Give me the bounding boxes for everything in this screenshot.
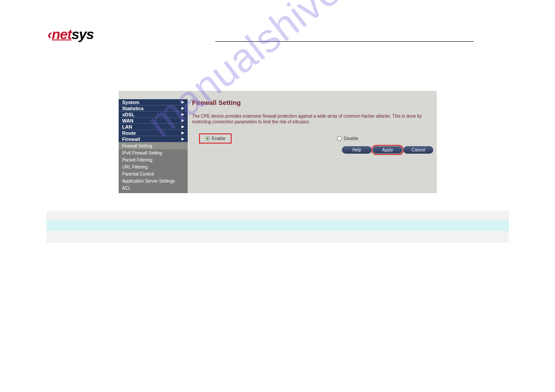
brand-logo: ‹netsys: [47, 26, 94, 43]
chevron-right-icon: ▶: [181, 100, 184, 104]
header-divider: [215, 41, 474, 42]
chevron-right-icon: ▶: [181, 119, 184, 122]
chevron-right-icon: ▶: [181, 112, 184, 116]
content-panel: Firewall Setting The CPE device provides…: [188, 91, 437, 193]
enable-label: Enable: [212, 136, 225, 141]
panel-description: The CPE device provides extensive firewa…: [192, 113, 432, 125]
nav-item-system[interactable]: System▶: [119, 99, 188, 105]
highlight-stripe: [47, 220, 509, 231]
chevron-right-icon: ▶: [181, 131, 184, 135]
enable-radio-group[interactable]: Enable: [199, 133, 232, 144]
help-button[interactable]: Help: [342, 146, 372, 154]
router-admin-screenshot: System▶ Statistics▶ xDSL▶ WAN▶ LAN▶ Rout…: [119, 91, 437, 193]
nav-sub-parental-control[interactable]: Parental Control: [119, 170, 188, 177]
cancel-button[interactable]: Cancel: [403, 146, 433, 154]
nav-spacer: [119, 91, 188, 99]
nav-sub-firewall-setting[interactable]: Firewall Setting: [119, 142, 188, 149]
disable-label: Disable: [344, 136, 358, 141]
firewall-toggle-row: Enable Disable: [192, 133, 432, 144]
panel-title: Firewall Setting: [192, 99, 432, 106]
nav-item-wan[interactable]: WAN▶: [119, 118, 188, 124]
note-stripe-block: [47, 211, 509, 243]
nav-sub-app-server[interactable]: Application Server Settings: [119, 177, 188, 184]
radio-selected-icon: [205, 136, 210, 141]
action-button-row: Help Apply Cancel: [342, 146, 433, 154]
nav-item-statistics[interactable]: Statistics▶: [119, 105, 188, 111]
sidebar-nav: System▶ Statistics▶ xDSL▶ WAN▶ LAN▶ Rout…: [119, 91, 188, 193]
radio-unselected-icon: [337, 136, 342, 141]
nav-item-firewall[interactable]: Firewall▶: [119, 136, 188, 142]
logo-part-net: net: [52, 26, 72, 42]
nav-item-lan[interactable]: LAN▶: [119, 124, 188, 130]
disable-radio-group[interactable]: Disable: [333, 134, 363, 143]
apply-button[interactable]: Apply: [373, 146, 403, 154]
chevron-right-icon: ▶: [181, 137, 184, 141]
chevron-right-icon: ▶: [181, 106, 184, 110]
nav-item-route[interactable]: Route▶: [119, 130, 188, 136]
chevron-right-icon: ▶: [181, 125, 184, 129]
nav-sub-ipv6-firewall[interactable]: IPv6 Firewall Setting: [119, 149, 188, 156]
logo-part-sys: sys: [72, 26, 94, 42]
nav-sub-acl[interactable]: ACL: [119, 184, 188, 191]
nav-sub-url-filtering[interactable]: URL Filtering: [119, 163, 188, 170]
nav-sub-packet-filtering[interactable]: Packet Filtering: [119, 156, 188, 163]
nav-item-xdsl[interactable]: xDSL▶: [119, 111, 188, 118]
